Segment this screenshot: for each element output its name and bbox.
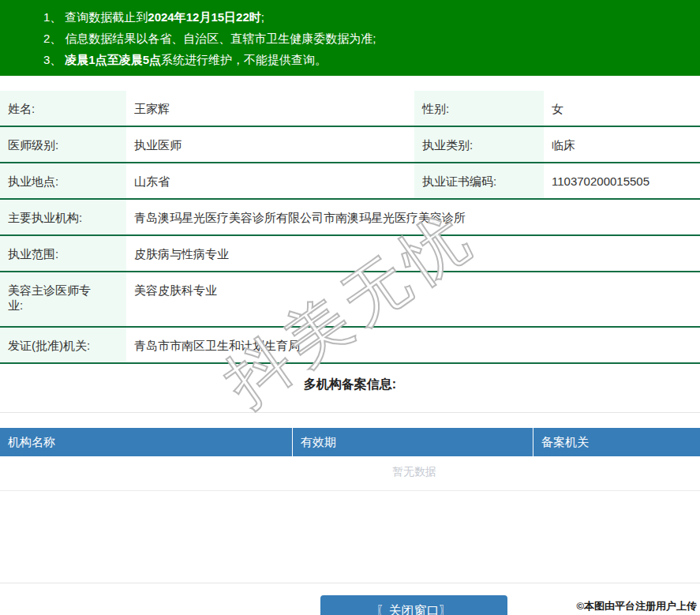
notice-line-1: 1、查询数据截止到2024年12月15日22时; bbox=[43, 6, 692, 28]
table-row-practice-scope: 执业范围: 皮肤病与性病专业 bbox=[0, 236, 700, 272]
notice-number: 2、 bbox=[43, 32, 62, 45]
table-row-main-institution: 主要执业机构: 青岛澳玛星光医疗美容诊所有限公司市南澳玛星光医疗美容诊所 bbox=[0, 200, 700, 236]
notice-panel: 1、查询数据截止到2024年12月15日22时; 2、信息数据结果以各省、自治区… bbox=[0, 0, 700, 76]
notice-number: 1、 bbox=[43, 10, 62, 24]
main-institution-label: 主要执业机构: bbox=[0, 200, 126, 234]
practice-scope-value: 皮肤病与性病专业 bbox=[126, 236, 700, 271]
main-institution-value: 青岛澳玛星光医疗美容诊所有限公司市南澳玛星光医疗美容诊所 bbox=[126, 200, 700, 234]
upload-credit-text: ©本图由平台注册用户上传 bbox=[576, 599, 697, 613]
doctor-level-label: 医师级别: bbox=[0, 127, 126, 162]
column-header-institution-name: 机构名称 bbox=[0, 428, 293, 456]
notice-number: 3、 bbox=[43, 53, 62, 66]
notice-text: 系统进行维护，不能提供查询。 bbox=[161, 53, 327, 66]
table-row-location-certno: 执业地点: 山东省 执业证书编码: 110370200015505 bbox=[0, 163, 700, 200]
table-row-issuing-authority: 发证(批准)机关: 青岛市市南区卫生和计划生育局 bbox=[0, 328, 700, 364]
multi-org-table-header: 机构名称 有效期 备案机关 bbox=[0, 428, 700, 456]
practice-location-value: 山东省 bbox=[126, 163, 414, 198]
license-info-table: 姓名: 王家辉 性别: 女 医师级别: 执业医师 执业类别: 临床 执业地点: … bbox=[0, 91, 700, 364]
multi-org-section-title: 多机构备案信息: bbox=[0, 377, 700, 392]
notice-text-bold: 凌晨1点至凌晨5点 bbox=[65, 53, 161, 66]
certificate-number-label: 执业证书编码: bbox=[414, 163, 544, 198]
notice-text: ; bbox=[261, 10, 264, 24]
table-row-level-category: 医师级别: 执业医师 执业类别: 临床 bbox=[0, 127, 700, 163]
name-value: 王家辉 bbox=[126, 91, 414, 126]
multi-org-empty-row: 暂无数据 bbox=[0, 456, 700, 491]
blank-area bbox=[0, 491, 700, 583]
gender-value: 女 bbox=[544, 91, 700, 126]
issuing-authority-value: 青岛市市南区卫生和计划生育局 bbox=[126, 328, 700, 362]
column-header-filing-authority: 备案机关 bbox=[533, 428, 700, 456]
table-row-cosmetic-specialty: 美容主诊医师专业: 美容皮肤科专业 bbox=[0, 272, 700, 328]
practice-category-label: 执业类别: bbox=[414, 127, 544, 162]
notice-text-bold: 2024年12月15日22时 bbox=[148, 10, 260, 24]
doctor-license-query-page: 1、查询数据截止到2024年12月15日22时; 2、信息数据结果以各省、自治区… bbox=[0, 0, 700, 615]
cosmetic-specialty-label: 美容主诊医师专业: bbox=[0, 272, 126, 326]
notice-line-3: 3、凌晨1点至凌晨5点系统进行维护，不能提供查询。 bbox=[43, 49, 692, 70]
doctor-level-value: 执业医师 bbox=[126, 127, 414, 162]
notice-text: 查询数据截止到 bbox=[65, 10, 148, 24]
close-window-button[interactable]: 〖关闭窗口〗 bbox=[320, 595, 507, 615]
notice-text: 信息数据结果以各省、自治区、直辖市卫生健康委数据为准; bbox=[65, 32, 376, 45]
certificate-number-value: 110370200015505 bbox=[544, 163, 700, 198]
practice-category-value: 临床 bbox=[544, 127, 700, 162]
issuing-authority-label: 发证(批准)机关: bbox=[0, 328, 126, 362]
cosmetic-specialty-label-text: 美容主诊医师专业: bbox=[8, 283, 95, 313]
practice-scope-label: 执业范围: bbox=[0, 236, 126, 271]
notice-line-2: 2、信息数据结果以各省、自治区、直辖市卫生健康委数据为准; bbox=[43, 28, 692, 49]
footer-divider bbox=[0, 583, 700, 583]
practice-location-label: 执业地点: bbox=[0, 163, 126, 198]
name-label: 姓名: bbox=[0, 91, 126, 126]
gender-label: 性别: bbox=[414, 91, 544, 126]
cosmetic-specialty-value: 美容皮肤科专业 bbox=[126, 272, 700, 326]
table-row-name-gender: 姓名: 王家辉 性别: 女 bbox=[0, 91, 700, 127]
column-header-validity-period: 有效期 bbox=[293, 428, 533, 456]
no-data-text: 暂无数据 bbox=[392, 465, 436, 478]
section-divider bbox=[0, 412, 700, 413]
